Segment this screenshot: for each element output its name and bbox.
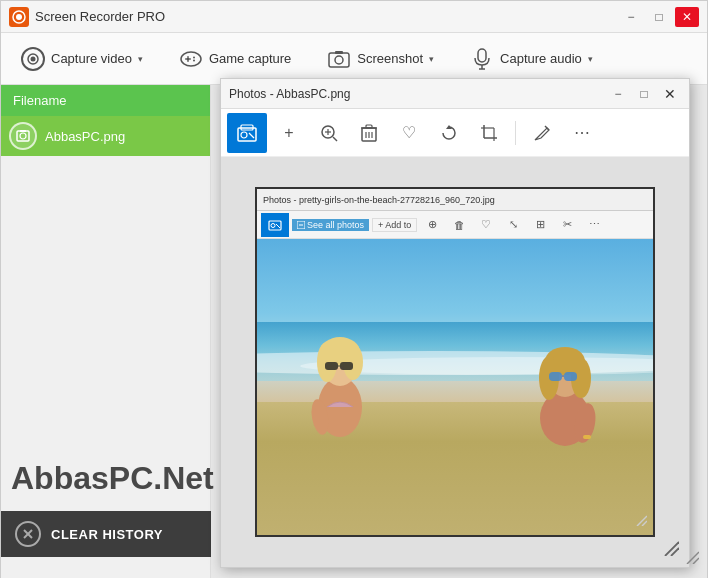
svg-point-25 (241, 132, 247, 138)
svg-rect-13 (478, 49, 486, 62)
svg-line-22 (693, 558, 699, 564)
svg-rect-64 (583, 435, 591, 439)
inner-photos-bar: See all photos + Add to ⊕ 🗑 ♡ ⤡ ⊞ ✂ ⋯ (257, 211, 653, 239)
photos-window-controls: − □ ✕ (607, 84, 681, 104)
photos-collection-button[interactable] (227, 113, 267, 153)
svg-rect-18 (20, 130, 26, 132)
svg-point-11 (335, 56, 343, 64)
photos-favorite-button[interactable]: ♡ (391, 115, 427, 151)
sidebar: Filename AbbasPC.png (1, 85, 211, 578)
svg-point-9 (193, 59, 195, 61)
capture-video-dropdown-icon: ▾ (138, 54, 143, 64)
title-bar-controls: − □ ✕ (619, 7, 699, 27)
photos-add-button[interactable]: + (271, 115, 307, 151)
game-capture-icon (179, 47, 203, 71)
photos-resize-handle[interactable] (661, 538, 679, 559)
capture-audio-button[interactable]: Capture audio ▾ (462, 43, 601, 75)
capture-video-icon (21, 47, 45, 71)
photos-toolbar: + ♡ (221, 109, 689, 157)
sidebar-header: Filename (1, 85, 210, 116)
svg-rect-12 (335, 51, 343, 54)
svg-point-17 (20, 133, 26, 139)
inner-add-to-button: + Add to (372, 218, 417, 232)
sidebar-item-label: AbbasPC.png (45, 129, 125, 144)
screenshot-icon (327, 47, 351, 71)
svg-point-43 (271, 224, 275, 228)
beach-photo (257, 239, 653, 535)
photos-crop-button[interactable] (471, 115, 507, 151)
clear-history-label: CLEAR HISTORY (51, 527, 163, 542)
toolbar-divider (515, 121, 516, 145)
inner-edit-small: ✂ (555, 214, 579, 236)
photos-window-title: Photos - AbbasPC.png (229, 87, 350, 101)
inner-see-all-button: See all photos (292, 219, 369, 231)
close-button[interactable]: ✕ (675, 7, 699, 27)
inner-resize-small: ⤡ (501, 214, 525, 236)
game-capture-button[interactable]: Game capture (171, 43, 299, 75)
svg-rect-51 (325, 362, 338, 370)
svg-rect-10 (329, 53, 349, 67)
capture-video-button[interactable]: Capture video ▾ (13, 43, 151, 75)
minimize-button[interactable]: − (619, 7, 643, 27)
svg-point-1 (16, 14, 22, 20)
screenshot-file-icon (9, 122, 37, 150)
svg-rect-32 (366, 125, 372, 128)
title-bar: Screen Recorder PRO − □ ✕ (1, 1, 707, 33)
screenshot-button[interactable]: Screenshot ▾ (319, 43, 442, 75)
svg-point-8 (193, 56, 195, 58)
svg-line-66 (642, 521, 647, 526)
sidebar-item-abbaspc[interactable]: AbbasPC.png (1, 116, 210, 156)
photos-title-bar: Photos - AbbasPC.png − □ ✕ (221, 79, 689, 109)
photos-maximize-button[interactable]: □ (633, 84, 655, 104)
inner-zoom-small: ⊕ (420, 214, 444, 236)
svg-line-27 (333, 137, 337, 141)
photos-content-area: Photos - pretty-girls-on-the-beach-27728… (221, 157, 689, 567)
maximize-button[interactable]: □ (647, 7, 671, 27)
svg-rect-60 (549, 372, 562, 381)
inner-delete-small: 🗑 (447, 214, 471, 236)
svg-rect-61 (564, 372, 577, 381)
app-icon (9, 7, 29, 27)
photos-close-button[interactable]: ✕ (659, 84, 681, 104)
photos-window: Photos - AbbasPC.png − □ ✕ + (220, 78, 690, 568)
photos-zoom-button[interactable] (311, 115, 347, 151)
inner-more-small: ⋯ (582, 214, 606, 236)
capture-audio-dropdown-icon: ▾ (588, 54, 593, 64)
clear-icon (15, 521, 41, 547)
svg-line-65 (637, 516, 647, 526)
inner-fav-small: ♡ (474, 214, 498, 236)
app-title: Screen Recorder PRO (35, 9, 165, 24)
inner-fullscreen-small: ⊞ (528, 214, 552, 236)
photos-more-button[interactable]: ⋯ (564, 115, 600, 151)
inner-screenshot: Photos - pretty-girls-on-the-beach-27728… (255, 187, 655, 537)
svg-line-21 (687, 552, 699, 564)
capture-audio-icon (470, 47, 494, 71)
person1-svg (305, 332, 385, 452)
photos-edit-button[interactable] (524, 115, 560, 151)
photos-delete-button[interactable] (351, 115, 387, 151)
inner-collection-icon (261, 213, 289, 237)
inner-title-bar: Photos - pretty-girls-on-the-beach-27728… (257, 189, 653, 211)
screenshot-dropdown-icon: ▾ (429, 54, 434, 64)
main-resize-handle[interactable] (681, 546, 699, 569)
clear-history-button[interactable]: CLEAR HISTORY (1, 511, 211, 557)
title-bar-left: Screen Recorder PRO (9, 7, 165, 27)
photos-rotate-button[interactable] (431, 115, 467, 151)
inner-resize-handle[interactable] (633, 512, 647, 529)
photos-minimize-button[interactable]: − (607, 84, 629, 104)
svg-rect-52 (340, 362, 353, 370)
svg-point-3 (31, 56, 36, 61)
person2-svg (525, 343, 605, 458)
